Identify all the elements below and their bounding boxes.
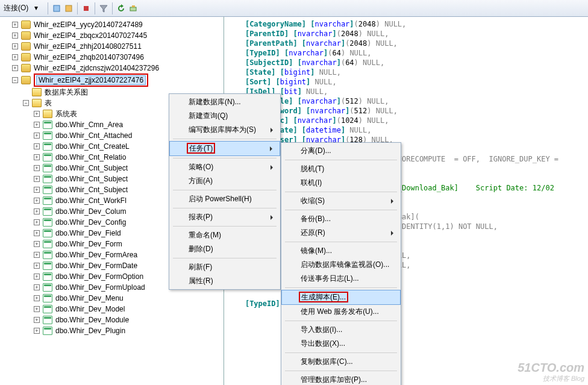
- database-icon: [21, 76, 31, 84]
- table-icon: [43, 131, 52, 140]
- submenu-backup[interactable]: 备份(B)...: [281, 212, 401, 226]
- refresh-icon[interactable]: [116, 4, 126, 13]
- table-node[interactable]: +dbo.Whir_Dev_Plugin: [33, 325, 224, 336]
- connect-dropdown-icon[interactable]: ▾: [34, 4, 44, 13]
- db-context-menu[interactable]: 新建数据库(N)... 新建查询(Q) 编写数据库脚本为(S) 任务(T) 策略…: [169, 93, 281, 290]
- db-node-selected[interactable]: −Whir_ezEIP4_zjjx201407227476: [11, 74, 224, 87]
- table-icon: [43, 175, 52, 183]
- db-node[interactable]: +Whir_ezEIP4_zbqcx201407027445: [11, 30, 224, 41]
- menu-reports[interactable]: 报表(P): [169, 210, 280, 224]
- table-icon: [43, 240, 52, 248]
- submenu-export-data[interactable]: 导出数据(X)...: [281, 337, 401, 351]
- tasks-submenu[interactable]: 分离(D)... 脱机(T) 联机(I) 收缩(S) 备份(B)... 还原(R…: [281, 142, 401, 385]
- table-icon: [43, 186, 52, 194]
- table-icon: [43, 251, 52, 259]
- menu-tasks[interactable]: 任务(T): [169, 141, 280, 156]
- table-icon: [43, 327, 52, 335]
- svg-rect-4: [132, 5, 135, 7]
- disconnect-icon[interactable]: [64, 4, 74, 13]
- filter-icon[interactable]: [99, 4, 108, 13]
- submenu-bring-online[interactable]: 联机(I): [281, 176, 401, 190]
- submenu-launch-mirror-monitor[interactable]: 启动数据库镜像监视器(O)...: [281, 258, 401, 272]
- db-node[interactable]: +Whir_ezEIP4_zjdcnszjw201404237296: [11, 63, 224, 74]
- table-node[interactable]: +dbo.Whir_Dev_Menu: [33, 293, 224, 304]
- table-icon: [43, 207, 52, 216]
- connect-server-icon[interactable]: [52, 4, 61, 13]
- menu-facets[interactable]: 方面(A): [169, 174, 280, 188]
- svg-rect-2: [84, 6, 89, 11]
- folder-icon: [43, 110, 52, 118]
- table-icon: [43, 121, 52, 129]
- submenu-manage-db-encryption[interactable]: 管理数据库加密(P)...: [281, 373, 401, 385]
- table-icon: [43, 316, 52, 324]
- database-icon: [21, 42, 31, 51]
- watermark: 51CTO.com 技术博客 Blog: [518, 362, 584, 384]
- table-icon: [43, 305, 52, 313]
- menu-new-query[interactable]: 新建查询(Q): [169, 109, 280, 123]
- submenu-mirror[interactable]: 镜像(M)...: [281, 244, 401, 258]
- table-icon: [43, 164, 52, 172]
- menu-start-powershell[interactable]: 启动 PowerShell(H): [169, 192, 280, 206]
- table-icon: [43, 229, 52, 237]
- database-icon: [21, 64, 31, 72]
- table-icon: [43, 153, 52, 161]
- menu-delete[interactable]: 删除(D): [169, 242, 280, 256]
- db-node[interactable]: +Whir_ezEIP4_zhqb201407307496: [11, 52, 224, 63]
- submenu-publish-web-service[interactable]: 使用 Web 服务发布(U)...: [281, 305, 401, 319]
- database-icon: [21, 31, 31, 40]
- menu-rename[interactable]: 重命名(M): [169, 228, 280, 242]
- menu-script-db-as[interactable]: 编写数据库脚本为(S): [169, 123, 280, 137]
- svg-rect-0: [54, 5, 60, 11]
- table-node[interactable]: +dbo.Whir_Dev_Module: [33, 315, 224, 325]
- folder-icon: [32, 99, 42, 107]
- menu-new-database[interactable]: 新建数据库(N)...: [169, 95, 280, 109]
- table-icon: [43, 272, 52, 281]
- table-icon: [43, 196, 52, 205]
- table-icon: [43, 142, 52, 151]
- database-icon: [21, 53, 31, 61]
- stop-icon[interactable]: [81, 4, 91, 13]
- svg-rect-3: [130, 7, 136, 11]
- database-icon: [21, 20, 31, 29]
- menu-properties[interactable]: 属性(R): [169, 274, 280, 288]
- submenu-shrink[interactable]: 收缩(S): [281, 194, 401, 208]
- table-icon: [43, 261, 52, 270]
- object-explorer-toolbar: 连接(O) ▾: [0, 0, 588, 17]
- submenu-restore[interactable]: 还原(R): [281, 226, 401, 240]
- db-node[interactable]: +Whir_ezEIP4_zhhj201408027511: [11, 41, 224, 52]
- connect-label[interactable]: 连接(O): [4, 3, 28, 13]
- submenu-ship-transaction-logs[interactable]: 传送事务日志(L)...: [281, 272, 401, 286]
- submenu-detach[interactable]: 分离(D)...: [281, 144, 401, 158]
- table-icon: [43, 283, 52, 292]
- submenu-copy-database[interactable]: 复制数据库(C)...: [281, 355, 401, 369]
- submenu-generate-scripts[interactable]: 生成脚本(E)...: [281, 290, 401, 305]
- submenu-import-data[interactable]: 导入数据(I)...: [281, 323, 401, 337]
- table-icon: [43, 218, 52, 227]
- db-node[interactable]: +Whir_ezEIP4_yycy201407247489: [11, 19, 224, 30]
- folder-icon: [32, 88, 42, 96]
- submenu-take-offline[interactable]: 脱机(T): [281, 162, 401, 176]
- registered-servers-icon[interactable]: [128, 4, 138, 13]
- table-icon: [43, 294, 52, 302]
- menu-policies[interactable]: 策略(O): [169, 160, 280, 174]
- table-node[interactable]: +dbo.Whir_Dev_Model: [33, 304, 224, 315]
- svg-rect-1: [66, 5, 72, 11]
- menu-refresh[interactable]: 刷新(F): [169, 260, 280, 274]
